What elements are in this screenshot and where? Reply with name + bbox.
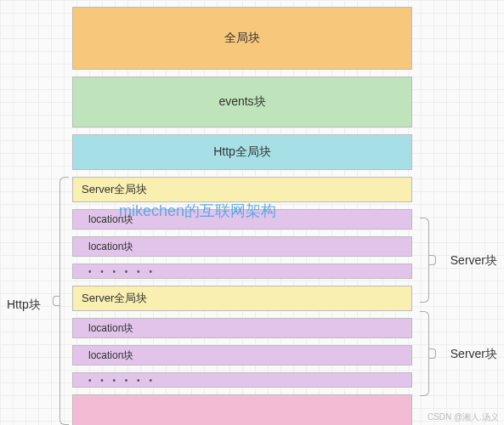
footer-credit: CSDN @湘人.汤义 [428,411,499,423]
brace-server-2 [421,311,436,396]
global-block: 全局块 [72,7,412,70]
label-http: Http块 [7,298,41,313]
dots-block-2: • • • • • • [72,372,412,388]
location-block-1b: location块 [72,236,412,257]
label-server-1: Server块 [450,253,497,269]
location-block-2b: location块 [72,345,412,366]
brace-server-1 [421,218,436,303]
pink-more-block [72,394,412,425]
server-global-block-1: Server全局块 [72,177,412,202]
location-block-1a: location块 [72,209,412,230]
location-block-2a: location块 [72,318,412,338]
dots-block-1: • • • • • • [72,264,412,279]
http-global-block: Http全局块 [72,134,412,170]
events-block: events块 [72,76,412,128]
server-global-block-2: Server全局块 [72,286,412,311]
diagram-column: 全局块 events块 Http全局块 Server全局块 location块 … [72,7,412,425]
label-server-2: Server块 [450,347,497,362]
brace-http [53,177,68,425]
